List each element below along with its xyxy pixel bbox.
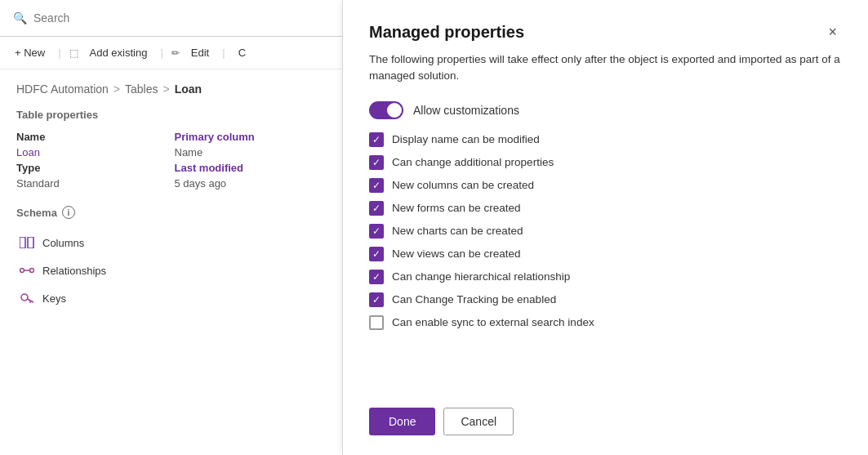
svg-point-3 [30, 269, 34, 273]
checkbox-item-2: ✓New columns can be created [369, 178, 842, 193]
checkbox-item-4: ✓New charts can be created [369, 224, 842, 239]
svg-point-2 [20, 269, 24, 273]
checkbox-item-1: ✓Can change additional properties [369, 155, 842, 170]
left-panel: 🔍 + New | ⬚ Add existing | ✏ Edit | C HD… [0, 0, 343, 455]
checkbox-8[interactable] [369, 315, 384, 330]
last-modified-value: 5 days ago [175, 177, 327, 190]
checkbox-4[interactable]: ✓ [369, 224, 384, 239]
columns-icon [20, 235, 34, 250]
checkbox-list: ✓Display name can be modified✓Can change… [369, 132, 842, 382]
main-content: HDFC Automation > Tables > Loan Table pr… [0, 69, 342, 455]
checkbox-item-3: ✓New forms can be created [369, 201, 842, 216]
table-properties-title: Table properties [16, 109, 326, 121]
checkbox-label-1: Can change additional properties [392, 156, 554, 168]
columns-label: Columns [42, 237, 84, 249]
checkbox-label-5: New views can be created [392, 248, 521, 260]
checkbox-label-6: Can change hierarchical relationship [392, 270, 570, 283]
breadcrumb: HDFC Automation > Tables > Loan [16, 83, 326, 96]
breadcrumb-part2[interactable]: Tables [125, 83, 158, 96]
search-input[interactable] [33, 11, 329, 25]
checkbox-2[interactable]: ✓ [369, 178, 384, 193]
checkbox-item-8: Can enable sync to external search index [369, 315, 842, 330]
keys-label: Keys [42, 292, 66, 305]
svg-rect-0 [20, 237, 25, 248]
new-button[interactable]: + New [10, 43, 50, 62]
name-value[interactable]: Loan [16, 146, 168, 158]
modal-header: Managed properties × [369, 23, 842, 42]
checkbox-item-6: ✓Can change hierarchical relationship [369, 270, 842, 284]
checkbox-3[interactable]: ✓ [369, 201, 384, 216]
breadcrumb-sep2: > [162, 83, 169, 96]
cancel-button[interactable]: Cancel [443, 408, 514, 435]
relationships-icon [20, 263, 34, 278]
type-label: Type [16, 162, 168, 174]
checkbox-label-4: New charts can be created [392, 225, 523, 237]
schema-info-icon[interactable]: i [62, 206, 75, 219]
last-modified-label: Last modified [175, 162, 327, 174]
close-button[interactable]: × [823, 23, 842, 41]
schema-item-keys[interactable]: Keys [16, 284, 326, 312]
checkbox-label-7: Can Change Tracking be enabled [392, 293, 556, 306]
edit-button[interactable]: Edit [186, 43, 214, 62]
checkbox-1[interactable]: ✓ [369, 155, 384, 170]
svg-point-5 [21, 294, 28, 301]
add-existing-button[interactable]: Add existing [85, 43, 153, 62]
relationships-label: Relationships [42, 265, 106, 277]
svg-rect-1 [28, 237, 33, 248]
right-panel: Managed properties × The following prope… [343, 0, 868, 455]
breadcrumb-sep1: > [114, 83, 120, 96]
checkbox-item-5: ✓New views can be created [369, 247, 842, 261]
checkbox-label-3: New forms can be created [392, 202, 521, 214]
allow-customizations-toggle-row: Allow customizations [369, 101, 842, 119]
search-icon: 🔍 [13, 11, 27, 25]
modal-title: Managed properties [369, 23, 524, 42]
checkbox-0[interactable]: ✓ [369, 132, 384, 147]
allow-customizations-label: Allow customizations [413, 104, 519, 117]
add-existing-icon: ⬚ [69, 47, 78, 59]
type-value: Standard [16, 177, 168, 190]
schema-section: Schema i Columns Relationships [16, 206, 326, 312]
primary-column-label: Primary column [175, 131, 327, 143]
breadcrumb-part1[interactable]: HDFC Automation [16, 83, 109, 96]
primary-column-value: Name [175, 146, 327, 158]
more-button[interactable]: C [234, 43, 251, 62]
table-properties-grid: Name Primary column Loan Name Type Last … [16, 131, 326, 190]
schema-item-relationships[interactable]: Relationships [16, 256, 326, 284]
schema-item-columns[interactable]: Columns [16, 229, 326, 256]
breadcrumb-current: Loan [175, 83, 202, 96]
allow-customizations-toggle[interactable] [369, 101, 403, 119]
checkbox-item-0: ✓Display name can be modified [369, 132, 842, 147]
checkbox-item-7: ✓Can Change Tracking be enabled [369, 292, 842, 307]
modal-description: The following properties will take effec… [369, 51, 842, 85]
checkbox-label-8: Can enable sync to external search index [392, 316, 594, 328]
managed-properties-modal: Managed properties × The following prope… [343, 0, 868, 455]
edit-icon: ✏ [171, 47, 180, 59]
schema-title: Schema i [16, 206, 326, 219]
done-button[interactable]: Done [369, 408, 435, 435]
name-label: Name [16, 131, 168, 143]
search-bar: 🔍 [0, 0, 342, 37]
keys-icon [20, 291, 34, 306]
checkbox-label-0: Display name can be modified [392, 133, 540, 145]
checkbox-5[interactable]: ✓ [369, 247, 384, 261]
checkbox-6[interactable]: ✓ [369, 270, 384, 284]
checkbox-label-2: New columns can be created [392, 179, 534, 191]
toolbar: + New | ⬚ Add existing | ✏ Edit | C [0, 37, 342, 69]
checkbox-7[interactable]: ✓ [369, 292, 384, 307]
modal-footer: Done Cancel [369, 398, 842, 435]
